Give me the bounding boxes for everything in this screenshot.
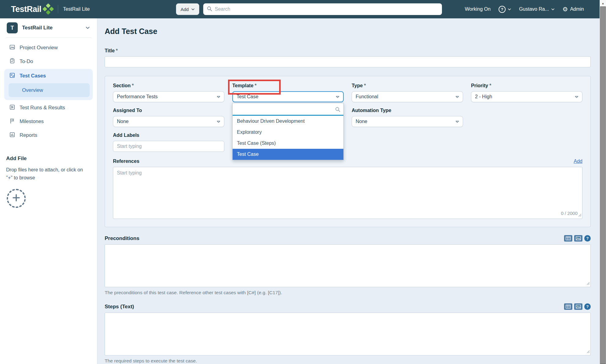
page-title: Add Test Case <box>105 27 591 36</box>
sidebar-item-project-overview[interactable]: Project Overview <box>0 41 97 54</box>
plus-icon <box>12 193 21 203</box>
help-icon[interactable]: ? <box>584 303 591 310</box>
help-icon: ? <box>499 6 506 13</box>
sidebar: T TestRail Lite Project Overview To-Do T… <box>0 18 97 364</box>
help-icon[interactable]: ? <box>584 235 591 242</box>
preconditions-textarea[interactable] <box>105 244 591 287</box>
references-textarea[interactable] <box>113 167 582 219</box>
workspace-name: TestRail Lite <box>63 6 90 12</box>
chevron-down-icon <box>455 94 459 99</box>
title-input[interactable] <box>105 56 591 67</box>
search-input[interactable] <box>215 6 438 12</box>
template-label: Template* <box>232 83 344 88</box>
working-on-button[interactable]: Working On <box>465 6 491 12</box>
resize-handle-icon[interactable] <box>587 349 590 355</box>
sidebar-item-todo[interactable]: To-Do <box>0 54 97 68</box>
dropdown-option[interactable]: Behaviour Driven Development <box>233 116 343 127</box>
chevron-down-icon <box>217 119 220 124</box>
automation-type-label: Automation Type <box>352 108 463 113</box>
add-dropdown-button[interactable]: Add <box>176 3 199 15</box>
user-menu[interactable]: Gustavo Ra... <box>519 6 555 12</box>
dropdown-option[interactable]: Test Case (Steps) <box>233 138 343 149</box>
chevron-down-icon <box>217 94 220 99</box>
assigned-to-field: Assigned To None <box>113 108 224 127</box>
user-name: Gustavo Ra... <box>519 6 549 12</box>
template-field: Template* Test Case Behaviour Dri <box>232 83 344 102</box>
scroll-up-button[interactable]: ▲ <box>600 0 606 6</box>
sidebar-item-test-runs[interactable]: Test Runs & Results <box>0 101 97 114</box>
main-content: Add Test Case Title* Section* Performanc… <box>97 18 606 364</box>
section-select[interactable]: Performance Tests <box>113 91 224 102</box>
type-select[interactable]: Functional <box>352 91 463 102</box>
references-char-counter: 0 / 2000 <box>561 211 578 216</box>
type-field: Type* Functional <box>352 83 463 102</box>
chevron-down-icon <box>455 119 459 124</box>
automation-type-field: Automation Type None <box>352 108 463 127</box>
search-icon <box>335 107 340 113</box>
testrail-diamonds-icon <box>43 4 54 14</box>
chevron-down-icon <box>86 27 90 29</box>
sidebar-item-milestones[interactable]: Milestones <box>0 114 97 128</box>
image-icon[interactable] <box>574 235 582 242</box>
clipboard-check-icon <box>9 58 15 65</box>
title-label: Title* <box>105 48 591 54</box>
sidebar-item-overview[interactable]: Overview <box>9 83 90 97</box>
priority-select[interactable]: 2 - High <box>471 91 582 102</box>
references-label: References <box>113 159 139 164</box>
vertical-scrollbar[interactable]: ▲ <box>600 0 606 364</box>
spacer-cell <box>471 108 582 127</box>
resize-handle-icon[interactable] <box>578 212 582 218</box>
assigned-to-select[interactable]: None <box>113 116 224 127</box>
add-file-hint: Drop files here to attach, or click on "… <box>6 166 89 182</box>
image-icon[interactable] <box>574 303 582 310</box>
assigned-to-label: Assigned To <box>113 108 224 113</box>
global-search[interactable] <box>203 3 442 15</box>
testrail-logo: TestRail <box>11 5 41 14</box>
template-select[interactable]: Test Case <box>232 91 344 102</box>
chevron-down-icon <box>191 8 195 10</box>
preconditions-label: Preconditions <box>105 235 139 242</box>
play-square-icon <box>9 104 15 111</box>
sidebar-item-reports[interactable]: Reports <box>0 128 97 142</box>
priority-label: Priority* <box>471 83 582 88</box>
priority-field: Priority* 2 - High <box>471 83 582 102</box>
sidebar-divider <box>6 37 92 38</box>
add-file-dropzone[interactable] <box>7 189 26 208</box>
section-label: Section* <box>113 83 224 88</box>
dropdown-option-selected[interactable]: Test Case <box>233 149 343 160</box>
chevron-down-icon <box>508 8 511 10</box>
project-name: TestRail Lite <box>22 25 86 31</box>
dropdown-search-input[interactable] <box>233 103 343 115</box>
help-menu[interactable]: ? <box>499 6 511 13</box>
add-labels-field: Add Labels <box>113 133 224 152</box>
scrollbar-thumb[interactable] <box>600 6 606 364</box>
project-selector[interactable]: T TestRail Lite <box>0 18 97 37</box>
add-labels-input[interactable] <box>113 141 224 152</box>
chevron-down-icon <box>551 8 555 10</box>
search-icon <box>207 6 212 13</box>
gear-icon: ⚙ <box>563 6 568 12</box>
dropdown-search[interactable] <box>233 103 343 116</box>
topbar-divider <box>58 5 58 13</box>
image-icon <box>9 44 15 51</box>
preconditions-helper: The preconditions of this test case. Ref… <box>105 290 591 295</box>
admin-link[interactable]: ⚙ Admin <box>563 6 584 12</box>
references-add-link[interactable]: Add <box>574 159 582 164</box>
table-icon[interactable] <box>564 303 572 310</box>
bar-chart-icon <box>9 132 15 139</box>
table-icon[interactable] <box>564 235 572 242</box>
steps-textarea[interactable] <box>105 313 591 355</box>
dropdown-option[interactable]: Exploratory <box>233 127 343 138</box>
chevron-down-icon <box>336 94 339 99</box>
flag-icon <box>9 118 15 125</box>
chevron-down-icon <box>575 94 578 99</box>
sidebar-item-test-cases[interactable]: Test Cases <box>4 69 93 83</box>
steps-helper: The required steps to execute the test c… <box>105 358 591 364</box>
resize-handle-icon[interactable] <box>587 281 590 286</box>
type-label: Type* <box>352 83 463 88</box>
add-file-heading: Add File <box>6 156 97 162</box>
automation-type-select[interactable]: None <box>352 116 463 127</box>
add-labels-label: Add Labels <box>113 133 224 138</box>
case-fields-panel: Section* Performance Tests Template* Tes… <box>105 76 591 227</box>
topbar: TestRail TestRail Lite Add Working On ? <box>0 0 606 18</box>
